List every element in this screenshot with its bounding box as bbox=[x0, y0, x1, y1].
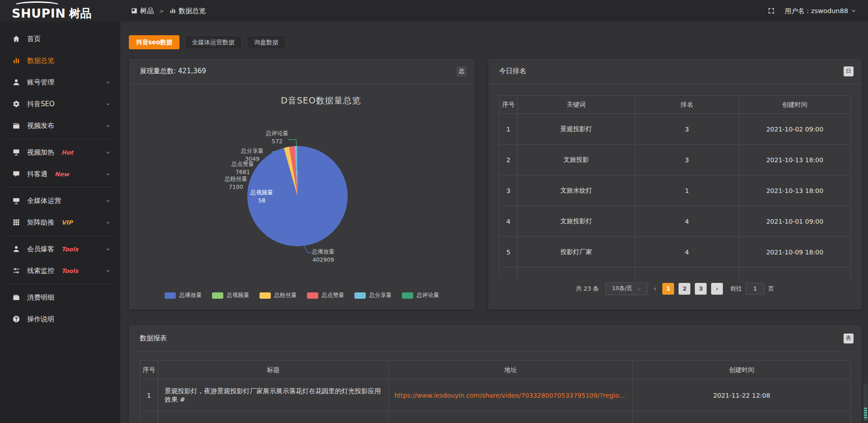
grid-icon bbox=[13, 219, 20, 226]
rank-cell: 3 bbox=[635, 114, 739, 145]
sidebar-item-账号管理[interactable]: 账号管理 bbox=[0, 71, 120, 93]
sidebar-item-抖音SEO[interactable]: 抖音SEO bbox=[0, 93, 120, 115]
rank-cell: 3 bbox=[635, 145, 739, 175]
legend-item-总粉丝量[interactable]: 总粉丝量 bbox=[259, 291, 297, 299]
rank-table-row-clipped bbox=[500, 268, 851, 278]
scrollbar-thumb[interactable] bbox=[863, 383, 868, 421]
day-view-badge[interactable]: 日 bbox=[844, 66, 854, 76]
fullscreen-icon[interactable] bbox=[768, 7, 775, 14]
rank-cell: 投影灯厂家 bbox=[518, 237, 635, 268]
breadcrumb-label: 树品 bbox=[140, 7, 154, 15]
goto-page-input[interactable] bbox=[745, 283, 764, 295]
sidebar-item-badge: Hot bbox=[61, 149, 73, 156]
sidebar-item-矩阵助推[interactable]: 矩阵助推VIP bbox=[0, 212, 120, 233]
legend-label: 总点赞量 bbox=[322, 291, 344, 299]
legend-swatch bbox=[307, 292, 318, 299]
gear-icon bbox=[13, 100, 20, 108]
tab-全媒体运营数据[interactable]: 全媒体运营数据 bbox=[184, 35, 242, 49]
rank-table-row: 5投影灯厂家42021-10-09 18:00 bbox=[500, 237, 851, 268]
rank-cell: 2021-10-02 09:00 bbox=[739, 114, 851, 145]
legend-item-总点赞量[interactable]: 总点赞量 bbox=[307, 291, 344, 299]
pie-label-name: 总粉丝量 bbox=[225, 175, 247, 183]
report-panel-title: 数据报表 bbox=[140, 334, 167, 343]
sidebar-item-视频加热[interactable]: 视频加热Hot bbox=[0, 141, 120, 163]
sidebar-item-数据总览[interactable]: 数据总览 bbox=[0, 50, 120, 71]
sidebar-item-会员爆客[interactable]: 会员爆客Tools bbox=[0, 238, 120, 260]
chevron-down-icon bbox=[105, 220, 110, 225]
sidebar-divider bbox=[6, 139, 114, 139]
chevron-down-icon bbox=[105, 123, 110, 128]
breadcrumb: 树品>数据总览 bbox=[131, 7, 206, 15]
sidebar-item-label: 账号管理 bbox=[27, 78, 54, 87]
chevron-down-icon bbox=[105, 80, 110, 85]
page-button-2[interactable]: 2 bbox=[679, 283, 690, 295]
chevron-down-icon bbox=[637, 287, 641, 291]
pie-chart-area: D音SEO数据量总览 总播放量402909总视频量58总粉丝量7100总点赞量7… bbox=[129, 84, 475, 309]
legend-item-总播放量[interactable]: 总播放量 bbox=[165, 291, 202, 299]
sidebar-item-label: 消费明细 bbox=[27, 293, 54, 302]
legend-label: 总粉丝量 bbox=[274, 291, 297, 299]
legend-swatch bbox=[165, 292, 176, 299]
seo-data-panel: 展现量总数: 421,369 总 D音SEO数据量总览 总播放量402909总视… bbox=[129, 59, 475, 310]
page-size-select[interactable]: 10条/页 bbox=[605, 282, 648, 295]
sidebar-item-首页[interactable]: 首页 bbox=[0, 28, 120, 50]
tab-询盘数据[interactable]: 询盘数据 bbox=[247, 35, 286, 49]
username-dropdown[interactable]: 用户名：zswodun88 bbox=[785, 7, 856, 15]
sidebar-item-消费明细[interactable]: 消费明细 bbox=[0, 287, 120, 308]
breadcrumb-item[interactable]: 树品 bbox=[131, 7, 154, 15]
breadcrumb-item[interactable]: 数据总览 bbox=[170, 7, 206, 15]
sidebar-item-label: 首页 bbox=[27, 35, 41, 43]
sidebar-item-label: 视频发布 bbox=[27, 122, 54, 130]
pie-label-value: 7100 bbox=[225, 183, 247, 191]
sidebar: 首页数据总览账号管理抖音SEO视频发布视频加热Hot抖客通New全媒体运营矩阵助… bbox=[0, 22, 120, 423]
rank-table-row: 4文旅投影灯42021-10-01 09:00 bbox=[500, 206, 851, 237]
chevron-down-icon bbox=[851, 8, 856, 14]
rank-cell: 1 bbox=[635, 175, 739, 206]
chevron-down-icon bbox=[105, 150, 110, 155]
fullscreen-icon bbox=[768, 7, 775, 14]
sidebar-item-badge: VIP bbox=[61, 219, 72, 226]
table-view-badge[interactable]: 表 bbox=[844, 334, 854, 343]
sidebar-item-抖客通[interactable]: 抖客通New bbox=[0, 163, 120, 185]
chevron-down-icon bbox=[105, 102, 110, 107]
main-content: 抖音seo数据全媒体运营数据询盘数据 展现量总数: 421,369 总 D音SE… bbox=[120, 22, 868, 423]
prev-page-button[interactable]: ‹ bbox=[654, 284, 657, 293]
sidebar-item-全媒体运营[interactable]: 全媒体运营 bbox=[0, 190, 120, 212]
chat-icon bbox=[13, 170, 20, 178]
pagination-total: 共 23 条 bbox=[576, 285, 599, 293]
rank-cell: 2021-10-13 18:00 bbox=[739, 175, 851, 206]
rank-cell: 3 bbox=[500, 175, 518, 206]
app-logo[interactable]: SHUPIN 树品 bbox=[0, 0, 120, 22]
sidebar-item-操作说明[interactable]: 操作说明 bbox=[0, 308, 120, 330]
sidebar-item-视频发布[interactable]: 视频发布 bbox=[0, 115, 120, 136]
breadcrumb-label: 数据总览 bbox=[179, 7, 206, 15]
report-table-row: 1景观投影灯，夜游景观投影灯厂家展示展示落花灯在花园里的灯光投影应用效果 #ht… bbox=[140, 380, 851, 411]
legend-label: 总视频量 bbox=[227, 291, 250, 299]
sidebar-item-线索监控[interactable]: 线索监控Tools bbox=[0, 260, 120, 282]
rank-table: 序号关键词排名创建时间 1景观投影灯32021-10-02 09:002文旅投影… bbox=[499, 95, 851, 278]
next-page-button[interactable]: › bbox=[711, 283, 723, 295]
pie-label-name: 总评论量 bbox=[266, 129, 288, 137]
chevron-down-icon bbox=[105, 268, 110, 273]
column-header-序号: 序号 bbox=[140, 361, 158, 380]
legend-item-总分享量[interactable]: 总分享量 bbox=[354, 291, 392, 299]
wallet-icon bbox=[13, 294, 20, 301]
total-view-badge[interactable]: 总 bbox=[457, 66, 467, 76]
sidebar-item-label: 抖音SEO bbox=[27, 100, 55, 108]
page-button-3[interactable]: 3 bbox=[695, 283, 707, 295]
rank-cell: 1 bbox=[500, 114, 518, 145]
chart-title: D音SEO数据量总览 bbox=[281, 95, 361, 107]
legend-item-总评论量[interactable]: 总评论量 bbox=[402, 291, 439, 299]
rank-cell: 文旅投影 bbox=[518, 145, 635, 175]
sidebar-item-label: 数据总览 bbox=[27, 56, 54, 65]
legend-item-总视频量[interactable]: 总视频量 bbox=[212, 291, 250, 299]
page-button-1[interactable]: 1 bbox=[662, 283, 674, 295]
pie-label-value: 3049 bbox=[241, 155, 264, 163]
column-header-创建时间: 创建时间 bbox=[633, 361, 851, 380]
rank-cell: 2 bbox=[500, 145, 518, 175]
goto-page: 前往页 bbox=[730, 283, 774, 295]
column-header-序号: 序号 bbox=[500, 96, 518, 114]
tab-抖音seo数据[interactable]: 抖音seo数据 bbox=[129, 35, 179, 49]
sidebar-item-badge: Tools bbox=[61, 268, 78, 274]
report-url-link[interactable]: https://www.iesdouyin.com/share/video/70… bbox=[394, 392, 625, 399]
